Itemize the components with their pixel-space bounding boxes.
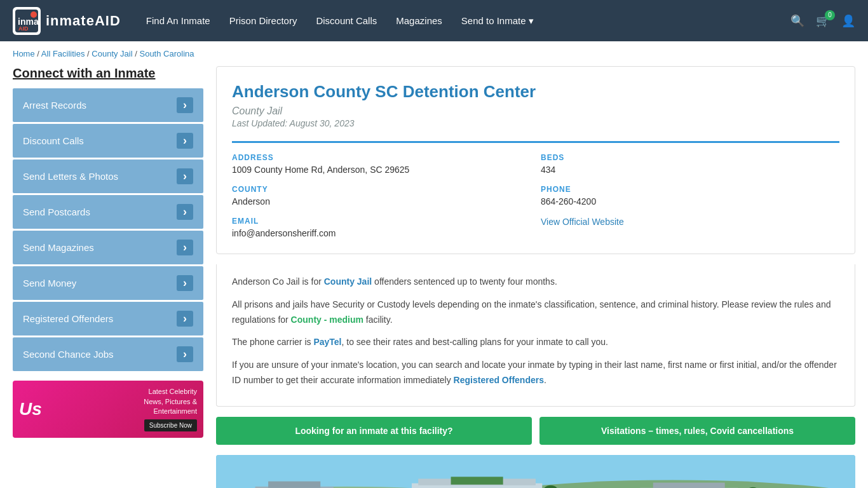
svg-rect-16 [451, 477, 503, 484]
beds-label: BEDS [541, 153, 839, 162]
county-value: Anderson [232, 196, 531, 207]
chevron-right-icon: › [177, 97, 193, 113]
sidebar-item-send-money[interactable]: Send Money › [13, 266, 203, 300]
desc-paragraph-1: Anderson Co Jail is for County Jail offe… [232, 274, 839, 290]
email-section: EMAIL info@andersonsheriff.com [232, 217, 531, 238]
sidebar-item-label: Registered Offenders [23, 313, 113, 324]
ad-subscribe-button[interactable]: Subscribe Now [144, 419, 197, 431]
visitations-cta-button[interactable]: Visitations – times, rules, Covid cancel… [539, 417, 855, 445]
svg-point-3 [31, 11, 37, 18]
sidebar-item-send-letters[interactable]: Send Letters & Photos › [13, 159, 203, 193]
address-section: ADDRESS 1009 County Home Rd, Anderson, S… [232, 153, 531, 175]
desc-paragraph-3: The phone carrier is PayTel, to see thei… [232, 335, 839, 350]
main-layout: Connect with an Inmate Arrest Records › … [0, 66, 868, 488]
county-section: COUNTY Anderson [232, 185, 531, 207]
website-section: View Official Website [541, 217, 839, 238]
county-label: COUNTY [232, 185, 531, 194]
navbar: inmate AID inmateAID Find An Inmate Pris… [0, 0, 868, 41]
sidebar-item-send-postcards[interactable]: Send Postcards › [13, 195, 203, 229]
breadcrumb-all-facilities[interactable]: All Facilities [41, 49, 85, 58]
phone-label: PHONE [541, 185, 839, 194]
sidebar-item-label: Discount Calls [23, 135, 84, 146]
county-jail-link[interactable]: County Jail [324, 276, 372, 287]
nav-discount-calls[interactable]: Discount Calls [316, 12, 377, 30]
facility-card: Anderson County SC Detention Center Coun… [216, 66, 855, 254]
sidebar: Connect with an Inmate Arrest Records › … [13, 66, 203, 488]
county-medium-link[interactable]: County - medium [291, 315, 363, 325]
user-button[interactable]: 👤 [841, 14, 855, 28]
nav-send-to-inmate[interactable]: Send to Inmate ▾ [461, 12, 534, 30]
address-label: ADDRESS [232, 153, 531, 162]
facility-last-updated: Last Updated: August 30, 2023 [232, 118, 839, 128]
sidebar-item-label: Arrest Records [23, 100, 86, 111]
facility-type: County Jail [232, 105, 839, 117]
desc-paragraph-4: If you are unsure of your inmate's locat… [232, 358, 839, 388]
facility-content: Anderson County SC Detention Center Coun… [216, 66, 855, 488]
chevron-right-icon: › [177, 168, 193, 184]
sidebar-item-registered-offenders[interactable]: Registered Offenders › [13, 302, 203, 336]
nav-prison-directory[interactable]: Prison Directory [229, 12, 297, 30]
facility-image [216, 455, 855, 488]
chevron-right-icon: › [177, 275, 193, 291]
breadcrumb-home[interactable]: Home [13, 49, 35, 58]
sidebar-item-label: Send Magazines [23, 242, 94, 253]
chevron-right-icon: › [177, 346, 193, 362]
nav-right: 🔍 🛒 0 👤 [790, 14, 855, 28]
svg-text:AID: AID [18, 25, 29, 32]
cta-buttons: Looking for an inmate at this facility? … [216, 417, 855, 445]
cart-button[interactable]: 🛒 0 [816, 14, 830, 28]
cart-badge: 0 [825, 10, 835, 20]
breadcrumb: Home / All Facilities / County Jail / So… [0, 41, 868, 66]
search-button[interactable]: 🔍 [790, 14, 804, 28]
sidebar-advertisement: Us Latest Celebrity News, Pictures & Ent… [13, 381, 203, 438]
nav-magazines[interactable]: Magazines [396, 12, 442, 30]
sidebar-item-label: Second Chance Jobs [23, 349, 114, 360]
beds-value: 434 [541, 165, 839, 175]
breadcrumb-county-jail[interactable]: County Jail [92, 49, 132, 58]
email-label: EMAIL [232, 217, 531, 226]
desc-paragraph-2: All prisons and jails have Security or C… [232, 297, 839, 328]
sidebar-item-second-chance-jobs[interactable]: Second Chance Jobs › [13, 337, 203, 371]
sidebar-item-label: Send Money [23, 278, 76, 288]
svg-rect-11 [268, 481, 320, 487]
sidebar-item-arrest-records[interactable]: Arrest Records › [13, 88, 203, 122]
address-value: 1009 County Home Rd, Anderson, SC 29625 [232, 165, 531, 175]
sidebar-item-send-magazines[interactable]: Send Magazines › [13, 231, 203, 264]
facility-info-grid: ADDRESS 1009 County Home Rd, Anderson, S… [232, 141, 839, 238]
paytel-link[interactable]: PayTel [313, 337, 341, 347]
ad-headline: Latest Celebrity News, Pictures & Entert… [144, 387, 197, 416]
sidebar-item-label: Send Letters & Photos [23, 171, 118, 182]
registered-offenders-link[interactable]: Registered Offenders [454, 375, 544, 385]
nav-find-inmate[interactable]: Find An Inmate [146, 12, 210, 30]
sidebar-item-discount-calls[interactable]: Discount Calls › [13, 124, 203, 158]
find-inmate-cta-button[interactable]: Looking for an inmate at this facility? [216, 417, 532, 445]
sidebar-title: Connect with an Inmate [13, 66, 203, 81]
logo-text: inmateAID [46, 13, 121, 29]
email-value: info@andersonsheriff.com [232, 228, 531, 238]
breadcrumb-state[interactable]: South Carolina [139, 49, 194, 58]
ad-logo: Us [19, 399, 42, 419]
nav-links: Find An Inmate Prison Directory Discount… [146, 12, 790, 30]
chevron-right-icon: › [177, 311, 193, 327]
phone-section: PHONE 864-260-4200 [541, 185, 839, 207]
phone-value: 864-260-4200 [541, 196, 839, 207]
chevron-right-icon: › [177, 133, 193, 149]
view-official-website-link[interactable]: View Official Website [541, 217, 624, 227]
facility-description: Anderson Co Jail is for County Jail offe… [216, 264, 855, 407]
logo-icon: inmate AID [13, 7, 41, 35]
svg-rect-18 [653, 482, 725, 488]
chevron-right-icon: › [177, 204, 193, 220]
logo[interactable]: inmate AID inmateAID [13, 7, 121, 35]
beds-section: BEDS 434 [541, 153, 839, 175]
facility-title: Anderson County SC Detention Center [232, 82, 839, 102]
chevron-right-icon: › [177, 240, 193, 255]
sidebar-item-label: Send Postcards [23, 207, 90, 217]
